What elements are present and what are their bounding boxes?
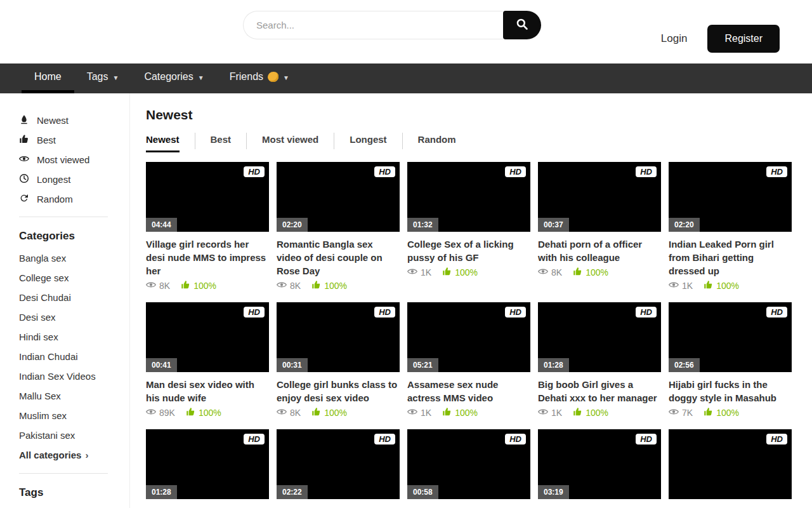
video-title[interactable]: Outdoor xvideo with hot randi [277, 505, 400, 508]
video-card[interactable]: HD 01:28 Man fucks his slut wife in Deha… [146, 429, 269, 508]
duration-badge: 05:21 [407, 358, 438, 372]
sidebar: NewestBestMost viewedLongestRandom Categ… [0, 93, 130, 508]
video-thumbnail[interactable]: HD 03:19 [538, 429, 661, 499]
video-card[interactable]: HD 02:20 Indian Leaked Porn girl from Bi… [669, 162, 792, 291]
video-thumbnail[interactable]: HD 00:41 [146, 302, 269, 372]
hd-badge: HD [636, 166, 657, 177]
video-card[interactable]: HD 00:58 A horny guy drills his GF tight… [407, 429, 530, 508]
video-thumbnail[interactable]: HD 02:20 [277, 162, 400, 232]
video-title[interactable]: Hot Leaked Porn of a Desi Couple [669, 505, 792, 508]
nav-item-tags[interactable]: Tags▼ [74, 64, 132, 93]
hd-badge: HD [244, 434, 265, 444]
hd-badge: HD [636, 307, 657, 318]
video-card[interactable]: HD 03:19 Rough Sex An wife bounces on he… [538, 429, 661, 508]
hd-badge: HD [505, 307, 526, 318]
tab-most-viewed[interactable]: Most viewed [262, 134, 318, 152]
video-thumbnail[interactable]: HD [669, 429, 792, 499]
refresh-icon [19, 193, 29, 205]
sidebar-sort-random[interactable]: Random [19, 193, 129, 204]
video-title[interactable]: Indian Leaked Porn girl from Bihari gett… [669, 237, 792, 277]
tab-separator [195, 133, 195, 149]
sidebar-category-college-sex[interactable]: College sex [19, 272, 129, 284]
search-input[interactable] [243, 11, 503, 39]
video-title[interactable]: A horny guy drills his GF tight pussy at… [407, 505, 530, 508]
video-title[interactable]: Big boob Girl gives a Dehati xxx to her … [538, 378, 661, 404]
main-content: Newest NewestBestMost viewedLongestRando… [130, 93, 812, 508]
duration-badge: 00:37 [538, 218, 569, 232]
register-button[interactable]: Register [707, 25, 780, 53]
video-title[interactable]: Hijabi girl fucks in the doggy style in … [669, 378, 792, 404]
sidebar-sort-newest[interactable]: Newest [19, 114, 129, 126]
nav-item-friends[interactable]: Friends▼ [217, 64, 302, 93]
search-button[interactable] [503, 11, 541, 39]
nav-item-home[interactable]: Home [22, 64, 74, 93]
video-card[interactable]: HD 02:22 Outdoor xvideo with hot randi [277, 429, 400, 508]
chevron-right-icon: › [85, 450, 88, 460]
video-title[interactable]: Man desi sex video with his nude wife [146, 378, 269, 404]
login-link[interactable]: Login [661, 32, 688, 45]
tab-random[interactable]: Random [418, 134, 456, 152]
video-card[interactable]: HD 04:44 Village girl records her desi n… [146, 162, 269, 291]
tab-separator [334, 133, 334, 149]
sidebar-sort-longest[interactable]: Longest [19, 173, 129, 185]
hd-badge: HD [766, 434, 787, 444]
video-thumbnail[interactable]: HD 02:20 [669, 162, 792, 232]
tab-best[interactable]: Best [211, 134, 232, 152]
sidebar-category-desi-chudai[interactable]: Desi Chudai [19, 292, 129, 304]
sidebar-category-indian-sex-videos[interactable]: Indian Sex Videos [19, 371, 129, 382]
video-title[interactable]: Man fucks his slut wife in Dehati sex [146, 505, 269, 508]
clock-icon [19, 173, 29, 185]
tab-newest[interactable]: Newest [146, 134, 180, 152]
tab-longest[interactable]: Longest [350, 134, 386, 152]
video-title[interactable]: Romantic Bangla sex video of desi couple… [277, 237, 400, 277]
video-thumbnail[interactable]: HD 01:28 [538, 302, 661, 372]
video-title[interactable]: College girl bunks class to enjoy desi s… [277, 378, 400, 404]
rating-percent: 100% [455, 267, 478, 277]
sidebar-category-desi-sex[interactable]: Desi sex [19, 312, 129, 323]
views-eye-icon [146, 408, 156, 418]
video-card[interactable]: HD 01:28 Big boob Girl gives a Dehati xx… [538, 302, 661, 418]
video-card[interactable]: HD 01:32 College Sex of a licking pussy … [407, 162, 530, 291]
video-title[interactable]: Village girl records her desi nude MMS t… [146, 237, 269, 277]
video-card[interactable]: HD 00:41 Man desi sex video with his nud… [146, 302, 269, 418]
sort-label: Random [37, 194, 73, 204]
sidebar-category-indian-chudai[interactable]: Indian Chudai [19, 351, 129, 363]
sidebar-category-muslim-sex[interactable]: Muslim sex [19, 410, 129, 422]
video-thumbnail[interactable]: HD 00:58 [407, 429, 530, 499]
views-eye-icon [669, 408, 679, 418]
video-card[interactable]: HD 05:21 Assamese sex nude actress MMS v… [407, 302, 530, 418]
sidebar-category-pakistani-sex[interactable]: Pakistani sex [19, 430, 129, 441]
video-title[interactable]: Dehati porn of a officer with his collea… [538, 237, 661, 264]
sidebar-category-bangla-sex[interactable]: Bangla sex [19, 253, 129, 264]
video-thumbnail[interactable]: HD 05:21 [407, 302, 530, 372]
video-title[interactable]: Rough Sex An wife bounces on her devar d… [538, 505, 661, 508]
video-thumbnail[interactable]: HD 01:32 [407, 162, 530, 232]
duration-badge: 01:28 [538, 358, 569, 372]
video-title[interactable]: College Sex of a licking pussy of his GF [407, 237, 530, 264]
views-count: 7K [682, 408, 693, 418]
nav-item-categories[interactable]: Categories▼ [131, 64, 216, 93]
views-eye-icon [669, 281, 679, 291]
views-count: 1K [682, 281, 693, 291]
video-card[interactable]: HD 02:20 Romantic Bangla sex video of de… [277, 162, 400, 291]
tags-heading: Tags [19, 486, 129, 499]
video-card[interactable]: HD Hot Leaked Porn of a Desi Couple [669, 429, 792, 508]
search-bar [243, 11, 541, 39]
video-thumbnail[interactable]: HD 02:22 [277, 429, 400, 499]
video-card[interactable]: HD 00:31 College girl bunks class to enj… [277, 302, 400, 418]
sort-tabs: NewestBestMost viewedLongestRandom [146, 133, 793, 153]
video-thumbnail[interactable]: HD 00:31 [277, 302, 400, 372]
sidebar-sort-best[interactable]: Best [19, 134, 129, 145]
sidebar-sort-most-viewed[interactable]: Most viewed [19, 154, 129, 165]
sidebar-all-categories[interactable]: All categories› [19, 450, 129, 461]
sidebar-category-mallu-sex[interactable]: Mallu Sex [19, 391, 129, 402]
video-thumbnail[interactable]: HD 00:37 [538, 162, 661, 232]
video-thumbnail[interactable]: HD 01:28 [146, 429, 269, 499]
video-thumbnail[interactable]: HD 04:44 [146, 162, 269, 232]
duration-badge: 00:58 [407, 485, 438, 499]
video-card[interactable]: HD 02:56 Hijabi girl fucks in the doggy … [669, 302, 792, 418]
sidebar-category-hindi-sex[interactable]: Hindi sex [19, 331, 129, 343]
video-thumbnail[interactable]: HD 02:56 [669, 302, 792, 372]
video-title[interactable]: Assamese sex nude actress MMS video [407, 378, 530, 404]
video-card[interactable]: HD 00:37 Dehati porn of a officer with h… [538, 162, 661, 291]
